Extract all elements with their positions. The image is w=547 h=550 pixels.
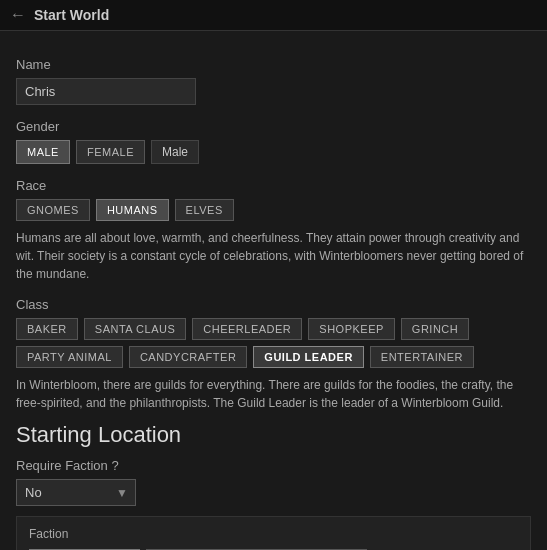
class-guild-leader-button[interactable]: GUILD LEADER: [253, 346, 364, 368]
faction-label: Faction: [29, 527, 518, 541]
race-label: Race: [16, 178, 531, 193]
race-description: Humans are all about love, warmth, and c…: [16, 229, 531, 283]
class-cheerleader-button[interactable]: CHEERLEADER: [192, 318, 302, 340]
gender-options: MALE FEMALE Male: [16, 140, 531, 164]
race-options: GNOMES HUMANS ELVES: [16, 199, 531, 221]
gender-label: Gender: [16, 119, 531, 134]
header: ← Start World: [0, 0, 547, 31]
gender-male-button[interactable]: MALE: [16, 140, 70, 164]
back-button[interactable]: ←: [10, 6, 26, 24]
class-baker-button[interactable]: BAKER: [16, 318, 78, 340]
class-santa-claus-button[interactable]: SANTA CLAUS: [84, 318, 187, 340]
class-party-animal-button[interactable]: PARTY ANIMAL: [16, 346, 123, 368]
class-entertainer-button[interactable]: ENTERTAINER: [370, 346, 474, 368]
class-candycrafter-button[interactable]: CANDYCRAFTER: [129, 346, 247, 368]
class-options-row1: BAKER SANTA CLAUS CHEERLEADER SHOPKEEP G…: [16, 318, 531, 340]
class-label: Class: [16, 297, 531, 312]
class-grinch-button[interactable]: GRINCH: [401, 318, 469, 340]
content-area: Name Gender MALE FEMALE Male Race GNOMES…: [0, 31, 547, 550]
race-humans-button[interactable]: HUMANS: [96, 199, 169, 221]
name-label: Name: [16, 57, 531, 72]
gender-display-value: Male: [151, 140, 199, 164]
faction-select[interactable]: No Yes: [16, 479, 136, 506]
gender-female-button[interactable]: FEMALE: [76, 140, 145, 164]
page-title: Start World: [34, 7, 109, 23]
faction-select-wrapper: No Yes ▼: [16, 479, 136, 506]
race-elves-button[interactable]: ELVES: [175, 199, 234, 221]
class-options-row2: PARTY ANIMAL CANDYCRAFTER GUILD LEADER E…: [16, 346, 531, 368]
race-gnomes-button[interactable]: GNOMES: [16, 199, 90, 221]
starting-location-title: Starting Location: [16, 422, 531, 448]
class-shopkeep-button[interactable]: SHOPKEEP: [308, 318, 395, 340]
class-description: In Winterbloom, there are guilds for eve…: [16, 376, 531, 412]
require-faction-label: Require Faction ?: [16, 458, 531, 473]
name-input[interactable]: [16, 78, 196, 105]
faction-section: Faction NUTCRACKERS THE LEAGUE OF HOLIDA…: [16, 516, 531, 550]
